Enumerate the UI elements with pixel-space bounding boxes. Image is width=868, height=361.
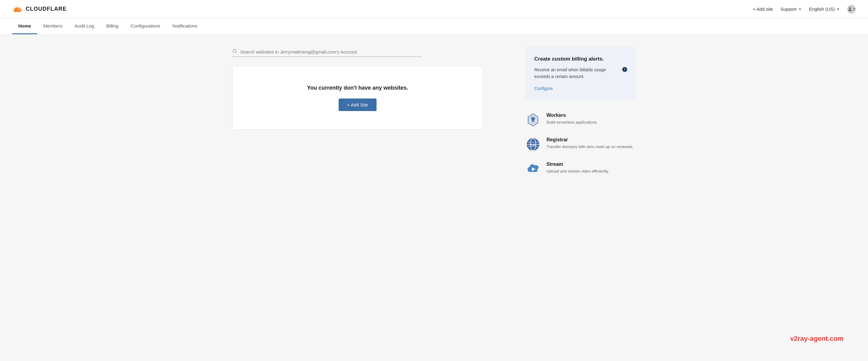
cloudflare-logo-icon [12, 5, 23, 13]
empty-state-card: You currently don't have any websites. +… [232, 66, 483, 130]
search-wrapper [232, 47, 422, 57]
account-svg-icon [847, 6, 853, 12]
search-icon [232, 49, 237, 55]
registrar-icon: WWW [526, 137, 540, 152]
billing-alert-card: Create custom billing alerts. Receive an… [526, 47, 636, 100]
nav-item-home[interactable]: Home [12, 18, 37, 34]
account-dropdown-arrow: ▼ [853, 7, 856, 11]
registrar-desc: Transfer domains with zero mark-up on re… [547, 144, 636, 150]
language-dropdown[interactable]: English (US) ▼ [809, 6, 840, 11]
nav-item-notifications[interactable]: Notifications [166, 18, 204, 34]
configure-link[interactable]: Configure [534, 86, 553, 91]
workers-desc: Build serverless applications. [547, 119, 636, 126]
svg-line-6 [236, 52, 237, 53]
info-icon: i [622, 67, 627, 72]
nav-item-audit-log[interactable]: Audit Log [68, 18, 100, 34]
nav-bar: Home Members Audit Log Billing Configura… [0, 18, 868, 34]
user-account-icon[interactable]: ▼ [847, 5, 856, 13]
support-dropdown[interactable]: Support ▼ [780, 6, 801, 11]
registrar-name: Registrar [547, 137, 636, 143]
registrar-service-item: WWW Registrar Transfer domains with zero… [526, 137, 636, 152]
support-dropdown-arrow: ▼ [798, 7, 802, 11]
stream-desc: Upload and stream video efficiently. [547, 168, 636, 174]
nav-item-members[interactable]: Members [37, 18, 69, 34]
svg-text:WWW: WWW [530, 144, 536, 146]
billing-alert-description: Receive an email when billable usage exc… [534, 66, 627, 80]
workers-service-item: Workers Build serverless applications. [526, 113, 636, 127]
header-left: CLOUDFLARE [12, 5, 67, 13]
header-right: + Add site Support ▼ English (US) ▼ ▼ [753, 5, 856, 13]
svg-point-3 [19, 8, 22, 11]
svg-point-4 [849, 7, 851, 9]
language-dropdown-arrow: ▼ [837, 7, 840, 11]
header-add-site[interactable]: + Add site [753, 6, 773, 11]
stream-icon [526, 162, 540, 176]
nav-item-configurations[interactable]: Configurations [125, 18, 166, 34]
left-panel: You currently don't have any websites. +… [232, 47, 507, 186]
search-input[interactable] [240, 49, 422, 54]
header: CLOUDFLARE + Add site Support ▼ English … [0, 0, 868, 18]
logo-text: CLOUDFLARE [26, 6, 67, 12]
svg-point-5 [233, 49, 236, 53]
right-panel: Create custom billing alerts. Receive an… [526, 47, 636, 186]
registrar-info: Registrar Transfer domains with zero mar… [547, 137, 636, 150]
stream-info: Stream Upload and stream video efficient… [547, 162, 636, 174]
nav-item-billing[interactable]: Billing [100, 18, 125, 34]
stream-service-item: Stream Upload and stream video efficient… [526, 162, 636, 176]
main-content: You currently don't have any websites. +… [220, 34, 648, 198]
empty-state-message: You currently don't have any websites. [245, 85, 470, 91]
stream-name: Stream [547, 162, 636, 167]
workers-name: Workers [547, 113, 636, 118]
workers-icon [526, 113, 540, 127]
logo[interactable]: CLOUDFLARE [12, 5, 67, 13]
workers-info: Workers Build serverless applications. [547, 113, 636, 126]
billing-alert-title: Create custom billing alerts. [534, 56, 627, 62]
add-site-button[interactable]: + Add Site [339, 99, 377, 111]
